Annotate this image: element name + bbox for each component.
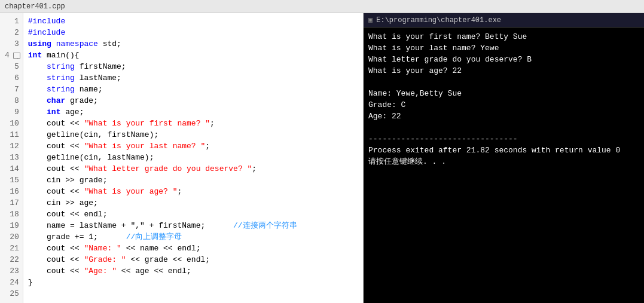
code-line: cin >> grade; — [28, 175, 358, 186]
code-line: cout << "What is your first name? "; — [28, 118, 358, 129]
line-number: 6 — [0, 72, 23, 84]
code-line: grade += 1; //向上调整字母 — [28, 231, 358, 243]
code-line: cout << "What is your age? "; — [28, 186, 358, 197]
code-panel: 1234-56789101112131415161718192021222324… — [0, 13, 364, 303]
code-line: int main(){ — [28, 50, 358, 61]
fold-icon[interactable]: - — [13, 53, 20, 59]
editor-title-bar: chapter401.cpp — [0, 0, 644, 13]
code-line: cout << "Grade: " << grade << endl; — [28, 254, 358, 265]
code-line: cout << "Age: " << age << endl; — [28, 265, 358, 277]
code-line: cout << "What letter grade do you deserv… — [28, 163, 358, 175]
line-numbers: 1234-56789101112131415161718192021222324… — [0, 13, 23, 303]
line-number: 5 — [0, 61, 23, 72]
code-line: char grade; — [28, 95, 358, 106]
code-line: cout << "Name: " << name << endl; — [28, 243, 358, 254]
line-number: 7 — [0, 84, 23, 95]
line-number: 18 — [0, 209, 23, 220]
code-area: 1234-56789101112131415161718192021222324… — [0, 13, 363, 303]
line-number: 3 — [0, 38, 23, 50]
line-number: 10 — [0, 118, 23, 129]
line-number: 9 — [0, 106, 23, 118]
console-path: E:\programming\chapter401.exe — [376, 16, 501, 25]
editor-filename: chapter401.cpp — [5, 2, 65, 11]
line-number: 19 — [0, 220, 23, 231]
line-number: 14 — [0, 163, 23, 175]
code-line: cin >> age; — [28, 197, 358, 209]
line-number: 16 — [0, 186, 23, 197]
code-line: string lastName; — [28, 72, 358, 84]
code-line: cout << "What is your last name? "; — [28, 140, 358, 152]
code-content[interactable]: #include#includeusing namespace std;int … — [23, 13, 363, 303]
line-number: 17 — [0, 197, 23, 209]
line-number: 4- — [0, 50, 23, 61]
line-number: 2 — [0, 27, 23, 38]
code-line: using namespace std; — [28, 38, 358, 50]
code-line: name = lastName + "," + firstName; //连接两… — [28, 220, 358, 231]
line-number: 15 — [0, 175, 23, 186]
code-line: #include — [28, 16, 358, 27]
line-number: 20 — [0, 231, 23, 243]
line-number: 23 — [0, 265, 23, 277]
line-number: 21 — [0, 243, 23, 254]
line-number: 12 — [0, 140, 23, 152]
console-title-bar: ▣ E:\programming\chapter401.exe — [364, 13, 644, 27]
console-panel: ▣ E:\programming\chapter401.exe What is … — [364, 13, 644, 303]
console-output: What is your first name? Betty Sue What … — [364, 27, 644, 303]
code-line: string firstName; — [28, 61, 358, 72]
line-number: 25 — [0, 288, 23, 299]
line-number: 8 — [0, 95, 23, 106]
line-number: 1 — [0, 16, 23, 27]
line-number: 13 — [0, 152, 23, 163]
main-content: 1234-56789101112131415161718192021222324… — [0, 13, 644, 303]
code-line: getline(cin, lastName); — [28, 152, 358, 163]
code-line — [28, 288, 358, 299]
code-line: getline(cin, firstName); — [28, 129, 358, 140]
code-line: cout << endl; — [28, 209, 358, 220]
code-line: int age; — [28, 106, 358, 118]
line-number: 11 — [0, 129, 23, 140]
console-icon: ▣ — [368, 16, 373, 25]
code-line: } — [28, 277, 358, 288]
code-line: #include — [28, 27, 358, 38]
line-number: 22 — [0, 254, 23, 265]
code-line: string name; — [28, 84, 358, 95]
line-number: 24 — [0, 277, 23, 288]
